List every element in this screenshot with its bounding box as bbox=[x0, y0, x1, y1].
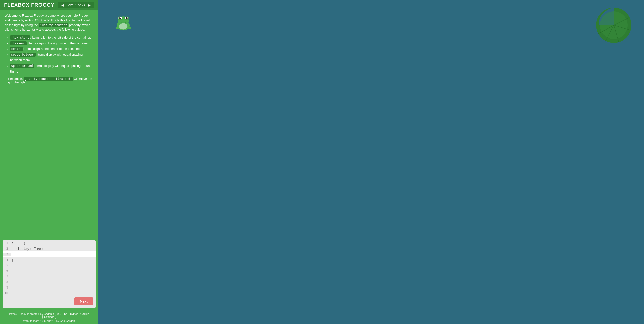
line-number-4: 4 bbox=[3, 258, 11, 262]
line-number-6: 6 bbox=[3, 269, 11, 273]
line-number-1: 1 bbox=[3, 241, 11, 245]
line-number-9: 9 bbox=[3, 286, 11, 289]
next-level-button[interactable]: ▶ bbox=[87, 3, 92, 7]
code-line-7: 7 bbox=[3, 274, 96, 279]
footer: Flexbox Froggy is created by Codepip • Y… bbox=[0, 310, 98, 324]
twitter-link[interactable]: Twitter bbox=[70, 312, 78, 315]
next-btn-container: Next bbox=[3, 296, 96, 308]
justify-content-code: justify-content bbox=[39, 23, 68, 27]
github-link[interactable]: GitHub bbox=[80, 312, 89, 315]
code-line-8: 8 bbox=[3, 279, 96, 285]
line-content-1: #pond { bbox=[11, 241, 96, 246]
app-title: FLEXBOX FROGGY bbox=[4, 2, 55, 8]
bullet-3: • bbox=[79, 312, 80, 315]
line-number-2: 2 bbox=[3, 247, 11, 250]
level-label: Level 1 of 24 bbox=[67, 3, 85, 7]
code-line-9: 9 bbox=[3, 285, 96, 290]
code-editor: 1 #pond { 2 display: flex; 3 4 } 5 6 7 8 bbox=[3, 240, 96, 296]
water-surface bbox=[98, 0, 644, 324]
prop-flex-start: flex-start bbox=[10, 35, 30, 40]
svg-point-9 bbox=[127, 17, 128, 18]
right-panel bbox=[98, 0, 644, 324]
line-content-2: display: flex; bbox=[11, 246, 96, 251]
created-by-text: Flexbox Froggy is created by bbox=[7, 312, 43, 315]
code-line-3[interactable]: 3 bbox=[3, 251, 96, 257]
content-area: Welcome to Flexbox Froggy, a game where … bbox=[0, 10, 98, 240]
list-item: space-between: Items display with equal … bbox=[10, 52, 94, 63]
prop-space-around: space-around bbox=[10, 64, 34, 68]
code-line-4: 4 } bbox=[3, 257, 96, 263]
footer-credits: Flexbox Froggy is created by Codepip • Y… bbox=[4, 312, 94, 318]
code-line-2: 2 display: flex; bbox=[3, 246, 96, 251]
left-panel: FLEXBOX FROGGY ◀ Level 1 of 24 ▶ Welcome… bbox=[0, 0, 98, 324]
grid-garden-link[interactable]: Grid Garden bbox=[60, 319, 75, 322]
line-content-4: } bbox=[11, 258, 96, 262]
grid-garden-text: Want to learn CSS grid? Play Grid Garden bbox=[4, 319, 94, 322]
next-button[interactable]: Next bbox=[74, 297, 93, 305]
list-item: flex-start: Items align to the left side… bbox=[10, 35, 94, 41]
example-before: For example, bbox=[5, 77, 23, 81]
line-number-10: 10 bbox=[3, 291, 11, 295]
lilypad-svg bbox=[594, 3, 634, 43]
example-code: justify-content: flex-end; bbox=[24, 77, 73, 81]
prop-space-between: space-between bbox=[10, 53, 36, 57]
lilypad-container bbox=[594, 3, 634, 43]
youtube-link[interactable]: YouTube bbox=[56, 312, 67, 315]
prev-level-button[interactable]: ◀ bbox=[60, 3, 65, 7]
code-line-1: 1 #pond { bbox=[3, 240, 96, 246]
settings-link[interactable]: Settings bbox=[42, 315, 56, 319]
prop-center: center bbox=[10, 47, 23, 51]
property-list: flex-start: Items align to the left side… bbox=[5, 35, 94, 75]
code-line-10: 10 bbox=[3, 290, 96, 296]
example-text: For example, justify-content: flex-end; … bbox=[5, 77, 94, 84]
list-item: space-around: Items display with equal s… bbox=[10, 63, 94, 75]
code-line-5: 5 bbox=[3, 263, 96, 268]
prop-flex-end: flex-end bbox=[10, 41, 27, 45]
code-line-6: 6 bbox=[3, 268, 96, 274]
bullet-4: • bbox=[90, 312, 91, 315]
user-input-field[interactable] bbox=[11, 252, 96, 257]
line-number-3: 3 bbox=[3, 253, 11, 256]
header: FLEXBOX FROGGY ◀ Level 1 of 24 ▶ bbox=[0, 0, 98, 10]
frog-svg bbox=[112, 10, 135, 33]
line-number-7: 7 bbox=[3, 275, 11, 278]
list-item: flex-end: Items align to the right side … bbox=[10, 41, 94, 46]
list-item: center: Items align at the center of the… bbox=[10, 46, 94, 52]
intro-text: Welcome to Flexbox Froggy, a game where … bbox=[5, 13, 94, 32]
svg-point-10 bbox=[119, 23, 127, 29]
grid-garden-before: Want to learn CSS grid? Play bbox=[23, 319, 59, 322]
svg-point-8 bbox=[120, 17, 121, 18]
line-number-8: 8 bbox=[3, 280, 11, 284]
frog-container bbox=[112, 10, 135, 33]
level-nav: ◀ Level 1 of 24 ▶ bbox=[58, 2, 94, 8]
code-editor-container: 1 #pond { 2 display: flex; 3 4 } 5 6 7 8 bbox=[3, 240, 96, 308]
line-number-5: 5 bbox=[3, 264, 11, 267]
